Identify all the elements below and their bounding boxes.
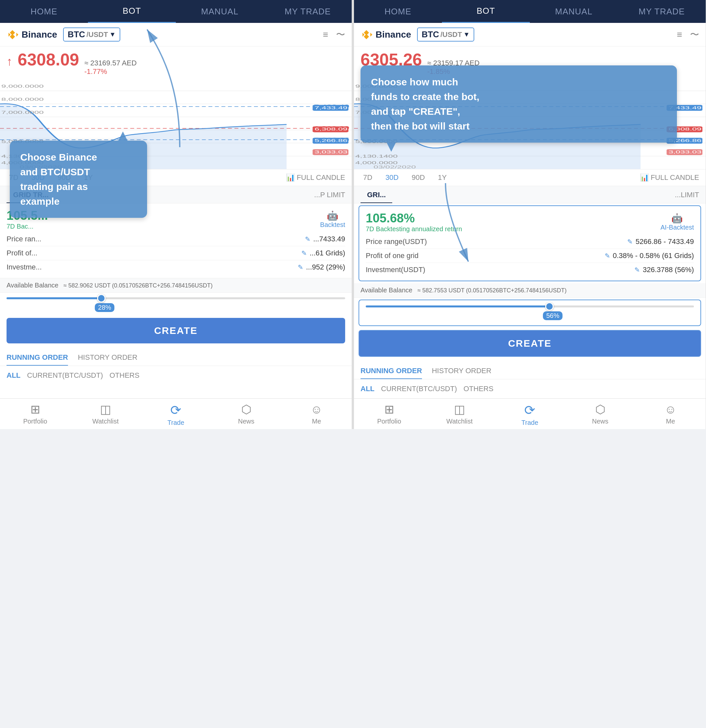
left-nav-trade-label: Trade [167,419,184,426]
right-grid-tab-0[interactable]: GRI... [360,186,392,203]
right-balance-label: Available Balance [360,286,412,294]
right-menu-icon[interactable]: ≡ [677,29,682,40]
left-nav-watchlist-label: Watchlist [92,417,119,425]
right-ai-backtest-btn[interactable]: 🤖 AI-Backtest [661,213,694,231]
left-price-range-row: Price ran... ✎ ...7433.49 [7,232,345,246]
right-profit-edit-icon[interactable]: ✎ [605,252,610,260]
left-slider-track[interactable] [7,297,345,299]
left-filter-others[interactable]: OTHERS [110,370,140,381]
right-price-range-value: ✎ 5266.86 - 7433.49 [627,237,694,246]
right-order-history[interactable]: HISTORY ORDER [432,362,491,379]
left-menu-icon[interactable]: ≡ [323,29,328,40]
right-pair-selector[interactable]: BTC /USDT ▼ [417,27,474,42]
right-investment-value: ✎ 326.3788 (56%) [634,266,694,274]
right-time-1y[interactable]: 1Y [435,172,450,183]
left-investment-edit-icon[interactable]: ✎ [298,263,303,271]
left-filter-current[interactable]: CURRENT(BTC/USDT) [27,370,103,381]
right-slider-track[interactable] [366,305,694,308]
trade-icon: ⟳ [170,403,182,417]
right-exchange-name: Binance [376,29,411,40]
right-create-button[interactable]: CREATE [359,330,701,357]
left-nav-manual[interactable]: MANUAL [176,0,264,23]
right-nav-trade[interactable]: ⟳ Trade [494,403,565,426]
right-slider-thumb[interactable] [545,302,554,311]
left-ai-backtest-btn[interactable]: 🤖 Backtest [320,210,345,228]
right-time-90d[interactable]: 90D [409,172,427,183]
right-candle-btn[interactable]: 📊 FULL CANDLE [640,173,699,182]
right-investment-label: Investment(USDT) [366,266,425,274]
left-chart-icon[interactable]: 〜 [336,29,345,41]
left-slider-container[interactable]: 28% [0,293,352,315]
left-tooltip-bubble: Choose Binanceand BTC/USDTtrading pair a… [10,141,147,218]
right-ai-icon: 🤖 [671,213,683,224]
watchlist-icon: ◫ [100,403,111,416]
left-nav-portfolio-label: Portfolio [23,417,47,425]
right-nav-me[interactable]: ☺ Me [635,403,706,426]
right-nav-news[interactable]: ⬡ News [565,403,635,426]
left-filter-all[interactable]: ALL [7,370,20,381]
svg-text:9,000.0000: 9,000.0000 [1,84,44,89]
left-order-history[interactable]: HISTORY ORDER [78,349,137,365]
right-nav-bot[interactable]: BOT [442,0,530,23]
right-balance-row: Available Balance ≈ 582.7553 USDT (0.051… [354,283,706,298]
right-nav-portfolio[interactable]: ⊞ Portfolio [354,403,424,426]
left-exchange-header: Binance BTC /USDT ▼ ≡ 〜 [0,23,352,46]
right-order-running[interactable]: RUNNING ORDER [360,362,422,379]
left-nav-home[interactable]: HOME [0,0,88,23]
svg-marker-1 [10,34,15,39]
left-price-secondary: ≈ 23169.57 AED -1.77% [84,59,137,76]
left-nav-watchlist[interactable]: ◫ Watchlist [70,403,141,426]
right-nav-trade-label: Trade [521,419,538,426]
right-nav-mytrade[interactable]: MY TRADE [618,0,706,23]
right-tooltip-bubble: Choose how muchfunds to create the bot,a… [360,65,677,143]
svg-text:03/02/2020: 03/02/2020 [373,165,416,169]
left-create-button[interactable]: CREATE [7,318,345,344]
right-nav-manual[interactable]: MANUAL [530,0,618,23]
left-profit-row: Profit of... ✎ ...61 Grids) [7,246,345,260]
svg-text:4,130.1400: 4,130.1400 [355,154,398,159]
right-time-30d[interactable]: 30D [383,172,401,183]
right-return-label: 7D Backtesting annualized return [366,225,462,233]
left-nav-bot[interactable]: BOT [88,0,176,23]
left-nav-news[interactable]: ⬡ News [211,403,281,426]
left-balance-value: ≈ 582.9062 USDT (0.05170526BTC+256.74841… [63,282,212,289]
right-price-range-label: Price range(USDT) [366,237,427,246]
right-filter-others[interactable]: OTHERS [464,383,494,394]
left-nav-mytrade[interactable]: MY TRADE [264,0,352,23]
right-nav-portfolio-label: Portfolio [377,417,401,425]
svg-marker-34 [363,33,365,37]
left-candle-btn[interactable]: 📊 FULL CANDLE [286,173,345,182]
right-filter-row: ALL CURRENT(BTC/USDT) OTHERS [354,379,706,398]
right-filter-all[interactable]: ALL [360,383,375,394]
right-balance-value: ≈ 582.7553 USDT (0.05170526BTC+256.74841… [417,287,566,294]
left-pair-selector[interactable]: BTC /USDT ▼ [63,27,120,42]
left-nav-news-label: News [238,417,254,425]
right-nav-watchlist[interactable]: ◫ Watchlist [424,403,494,426]
right-nav-home[interactable]: HOME [354,0,442,23]
right-slider-container[interactable]: 56% [359,300,701,326]
left-order-running[interactable]: RUNNING ORDER [7,349,68,365]
left-investment-label: Investme... [7,263,42,272]
right-tooltip-text: Choose how muchfunds to create the bot,a… [371,75,666,133]
left-nav-me[interactable]: ☺ Me [281,403,352,426]
left-price-edit-icon[interactable]: ✎ [305,235,311,243]
left-nav-trade[interactable]: ⟳ Trade [141,403,211,426]
left-balance-label: Available Balance [7,282,59,289]
left-nav-portfolio[interactable]: ⊞ Portfolio [0,403,70,426]
right-investment-edit-icon[interactable]: ✎ [634,266,640,274]
right-profit-row: Profit of one grid ✎ 0.38% - 0.58% (61 G… [366,249,694,263]
svg-text:7,433.49: 7,433.49 [314,105,347,110]
portfolio-icon: ⊞ [30,403,40,416]
left-profit-edit-icon[interactable]: ✎ [301,249,307,257]
right-chart-icon[interactable]: 〜 [690,29,699,41]
right-price-edit-icon[interactable]: ✎ [627,238,633,246]
left-ai-label: Backtest [320,221,345,228]
right-filter-current[interactable]: CURRENT(BTC/USDT) [381,383,457,394]
right-time-7d[interactable]: 7D [360,172,375,183]
right-bottom-nav: ⊞ Portfolio ◫ Watchlist ⟳ Trade ⬡ News ☺… [354,398,706,429]
left-slider-thumb[interactable] [97,294,105,302]
right-ai-label: AI-Backtest [661,224,694,231]
left-price-aed: ≈ 23169.57 AED [84,59,137,67]
right-watchlist-icon: ◫ [454,403,465,416]
right-pair-quote: /USDT [440,30,462,39]
